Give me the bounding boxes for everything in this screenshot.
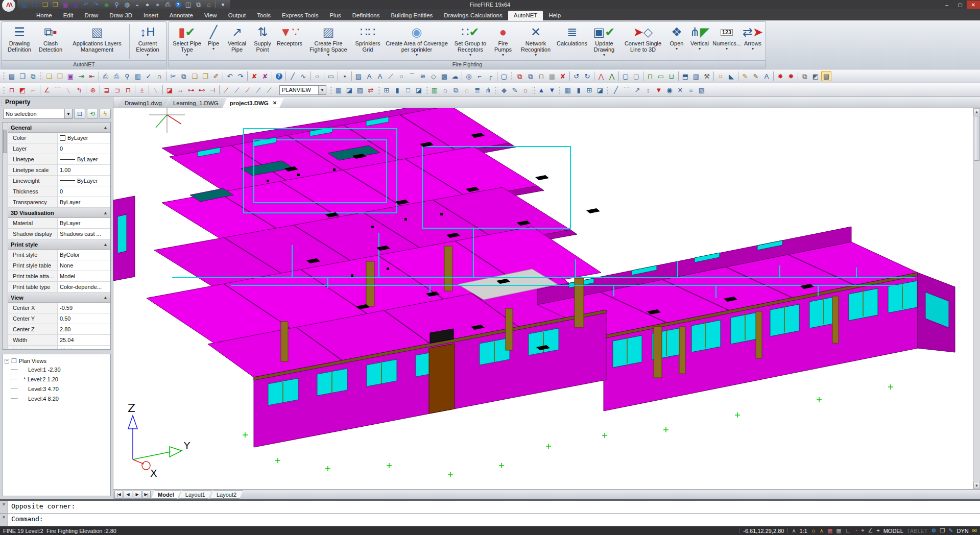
dim-style-1-icon[interactable]: ⟋ xyxy=(221,85,231,95)
ribbon-calculations-button[interactable]: ≣Calculations xyxy=(556,22,588,60)
dropdown-arrow-icon[interactable]: ▾ xyxy=(147,53,149,58)
property-section-general[interactable]: General▲ xyxy=(8,123,110,133)
maximize-button[interactable]: ▢ xyxy=(953,1,967,9)
line-icon[interactable]: ╱ xyxy=(288,71,298,81)
dropdown-arrow-icon[interactable]: ▾ xyxy=(212,47,214,52)
dim-style-3-icon[interactable]: ⟋ xyxy=(243,85,253,95)
osnap-icon[interactable]: ⌖ xyxy=(861,528,864,533)
section-collapse-icon[interactable]: ▲ xyxy=(103,125,108,130)
plan-view-item-level-1[interactable]: Level:1 -2.30 xyxy=(5,364,108,374)
redo-icon[interactable]: ↷ xyxy=(235,71,246,81)
property-row-lineweight[interactable]: LineweightByLayer xyxy=(8,176,110,186)
property-value[interactable]: 0 xyxy=(58,143,110,154)
point-icon[interactable]: ▪ xyxy=(340,71,350,81)
property-row-shadow-display[interactable]: Shadow displayShadows cast ... xyxy=(8,229,110,239)
layout-nav-button-0[interactable]: |◀ xyxy=(114,491,123,499)
plan-views-root[interactable]: − ❐ Plan Views xyxy=(5,357,108,364)
menu-tab-building-entities[interactable]: Building Entities xyxy=(385,11,438,20)
dim-break-icon[interactable]: ﹨ xyxy=(151,85,161,95)
toolbar-grip[interactable] xyxy=(3,85,5,94)
model-3d-view[interactable]: Z Y X xyxy=(113,108,973,489)
erase-icon[interactable]: ✘ xyxy=(249,71,259,81)
annotation-person-icon[interactable]: ⋏ xyxy=(792,528,796,533)
toolbar-grip[interactable] xyxy=(377,85,380,94)
fillet-icon[interactable]: ╭ xyxy=(485,71,495,81)
polygon-icon[interactable]: ◇ xyxy=(428,71,439,81)
dropdown-arrow-icon[interactable]: ▾ xyxy=(327,53,329,58)
dim-radius-icon[interactable]: ⌐ xyxy=(28,85,38,95)
section-collapse-icon[interactable]: ▲ xyxy=(103,295,108,300)
print-preview-icon[interactable]: ⚲ xyxy=(122,71,132,81)
pipe-arc-icon[interactable]: ⌒ xyxy=(622,85,632,95)
menu-tab-annotate[interactable]: Annotate xyxy=(164,11,199,20)
scroll-up-icon[interactable]: ▲ xyxy=(973,108,980,115)
close-button[interactable]: ✕ xyxy=(967,1,980,9)
copy-level-icon[interactable]: ⧉ xyxy=(451,85,461,95)
toolbar-grip[interactable] xyxy=(511,71,513,81)
edit-block-icon[interactable]: ◩ xyxy=(810,71,821,81)
property-value[interactable]: 25.04 xyxy=(58,335,110,345)
ribbon-convert-single-line-to-3d-button[interactable]: ➤◇Convert Single Line to 3D xyxy=(620,22,666,60)
spline-icon[interactable]: ⌐ xyxy=(474,71,485,81)
edit-3d-icon[interactable]: ✎ xyxy=(510,85,520,95)
ribbon-current-elevation-button[interactable]: ↕HCurrent Elevation▾ xyxy=(131,22,164,60)
property-value[interactable]: ByLayer xyxy=(58,176,110,186)
dim-chain-icon[interactable]: ⊶ xyxy=(186,85,196,95)
toolbar-grip[interactable] xyxy=(40,71,42,81)
workspace-icon[interactable]: ❐ xyxy=(940,528,945,533)
layers-icon[interactable]: ≣ xyxy=(472,85,483,95)
pick-hatch-icon[interactable]: ◪ xyxy=(595,85,605,95)
wall-2-icon[interactable]: ▦ xyxy=(563,85,573,95)
canvas-vertical-scrollbar[interactable]: ▲ ▼ xyxy=(973,108,980,489)
align-top-icon[interactable]: ⊓ xyxy=(645,71,655,81)
level-down-icon[interactable]: ▼ xyxy=(547,85,557,95)
eplot-icon[interactable]: ⎙ xyxy=(101,71,111,81)
annotation-visibility-icon[interactable]: ☼ xyxy=(811,528,816,533)
qa-3d-home-icon[interactable]: ⌂ xyxy=(204,1,213,9)
model-3d-icon[interactable]: ⌂ xyxy=(462,85,472,95)
toolbar-grip[interactable] xyxy=(329,85,332,94)
drawing-tab-drawing1-dwg[interactable]: Drawing1.dwg xyxy=(117,98,169,108)
property-value[interactable]: 0.50 xyxy=(58,313,110,324)
layout-nav-button-2[interactable]: ▶ xyxy=(133,491,141,499)
settings-icon[interactable]: ≡ xyxy=(686,85,696,95)
dim-jogged-icon[interactable]: ﹨ xyxy=(63,85,74,95)
property-value[interactable]: ByLayer xyxy=(58,197,110,207)
floor-plan-icon[interactable]: ⌂ xyxy=(440,85,450,95)
property-section-view[interactable]: View▲ xyxy=(8,293,110,303)
dim-node-icon[interactable]: ⊷ xyxy=(197,85,207,95)
door-icon[interactable]: ▮ xyxy=(392,85,402,95)
ortho-icon[interactable]: ∟ xyxy=(845,528,851,533)
command-text[interactable]: Opposite corner: xyxy=(8,501,980,513)
snap-grid-icon[interactable]: ▦ xyxy=(827,528,832,533)
property-value[interactable]: Shadows cast ... xyxy=(58,229,110,239)
ribbon-vertical-button[interactable]: ⋔◤Vertical▾ xyxy=(687,22,712,60)
lock-icon[interactable]: ⊓ xyxy=(536,71,546,81)
acis-import-icon[interactable]: ⇥ xyxy=(76,71,86,81)
drawing-tab-learning-1-dwg[interactable]: Learning_1.DWG xyxy=(166,98,226,108)
selection-combo-dropdown-icon[interactable]: ▼ xyxy=(64,109,72,118)
wall-convert-icon[interactable]: ⇄ xyxy=(366,85,376,95)
ribbon-network-recognition-button[interactable]: ✕Network Recognition▾ xyxy=(516,22,556,60)
mirror-icon[interactable]: ⋀ xyxy=(596,71,606,81)
property-row-linetype-scale[interactable]: Linetype scale1.00 xyxy=(8,165,110,176)
scrollbar-thumb[interactable] xyxy=(974,116,979,161)
ribbon-open-button[interactable]: ❖Open▾ xyxy=(666,22,687,60)
align-middle-icon[interactable]: ▭ xyxy=(656,71,666,81)
stats-icon[interactable]: ▥ xyxy=(691,71,701,81)
undo-icon[interactable]: ↶ xyxy=(225,71,235,81)
purge-icon[interactable]: ✘ xyxy=(260,71,270,81)
dynamic-input-toggle[interactable]: DYN xyxy=(957,528,969,534)
dim-leader-icon[interactable]: ↰ xyxy=(74,85,84,95)
new-file-icon[interactable]: ❏ xyxy=(44,71,54,81)
bld-drawing-icon[interactable]: ▤ xyxy=(7,71,17,81)
ribbon-vertical-pipe-button[interactable]: ↗Vertical Pipe xyxy=(224,22,250,60)
menu-tab-home[interactable]: Home xyxy=(31,11,58,20)
qa-shade-hidden-icon[interactable]: ◒ xyxy=(133,1,141,9)
dim-update-icon[interactable]: ⊓ xyxy=(123,85,133,95)
layout-tab-layout2[interactable]: Layout2 xyxy=(210,490,243,499)
revcloud-icon[interactable]: ▢ xyxy=(499,71,509,81)
menu-tab-definitions[interactable]: Definitions xyxy=(347,11,386,20)
ribbon-supply-point-button[interactable]: ⇅Supply Point xyxy=(250,22,275,60)
hatch-icon[interactable]: ▨ xyxy=(353,71,364,81)
